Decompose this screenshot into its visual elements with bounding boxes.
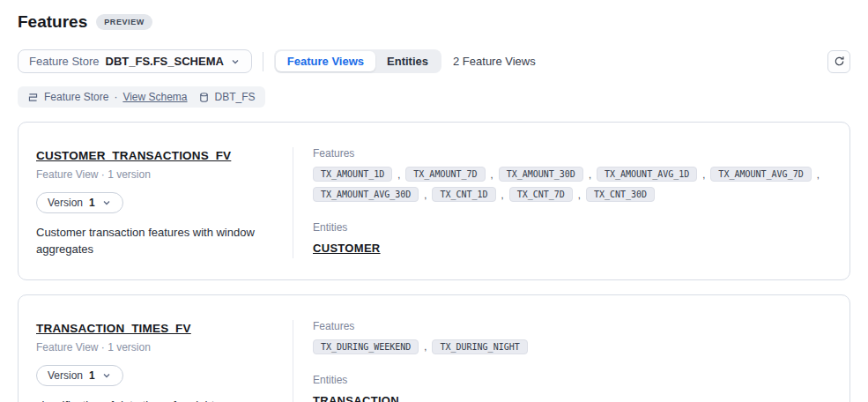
entity-link-list: TRANSACTION — [313, 386, 832, 402]
feature-chip: TX_CNT_30D — [586, 187, 655, 202]
feature-views-count: 2 Feature Views — [453, 55, 536, 68]
card-summary: TRANSACTION_TIMES_FV Feature View · 1 ve… — [36, 320, 293, 402]
view-schema-link[interactable]: View Schema — [122, 91, 187, 103]
view-switcher: Feature Views Entities — [274, 49, 441, 73]
chip-comma: , — [491, 169, 493, 180]
feature-chip: TX_AMOUNT_30D — [499, 167, 583, 182]
feature-view-title-link[interactable]: CUSTOMER_TRANSACTIONS_FV — [36, 149, 231, 162]
feature-view-subtitle: Feature View · 1 version — [36, 341, 273, 354]
chevron-down-icon — [101, 370, 112, 381]
chip-comma: , — [501, 190, 504, 200]
chip-comma: , — [424, 190, 427, 200]
version-dropdown[interactable]: Version 1 — [36, 192, 123, 213]
feature-store-dropdown-label: Feature Store — [29, 55, 100, 68]
feature-chip-list: TX_AMOUNT_1D,TX_AMOUNT_7D,TX_AMOUNT_30D,… — [313, 167, 832, 202]
breadcrumb: Feature Store · View Schema DBT_FS — [18, 86, 265, 108]
feature-view-card: CUSTOMER_TRANSACTIONS_FV Feature View · … — [18, 122, 850, 280]
features-page: Features PREVIEW Feature Store DBT_FS.FS… — [0, 0, 868, 402]
feature-chip: TX_AMOUNT_AVG_30D — [313, 187, 419, 202]
version-value: 1 — [89, 369, 95, 382]
feature-store-dropdown-value: DBT_FS.FS_SCHEMA — [106, 55, 224, 68]
version-value: 1 — [89, 197, 95, 209]
tab-entities[interactable]: Entities — [375, 51, 440, 71]
card-details: Features TX_AMOUNT_1D,TX_AMOUNT_7D,TX_AM… — [293, 147, 832, 258]
feature-view-subtitle: Feature View · 1 version — [36, 168, 273, 181]
chip-comma: , — [397, 169, 400, 180]
feature-chip: TX_AMOUNT_AVG_1D — [597, 167, 697, 182]
chip-comma: , — [578, 190, 581, 200]
version-label: Version — [48, 369, 83, 382]
version-label: Version — [48, 197, 83, 209]
feature-chip: TX_DURING_NIGHT — [432, 339, 527, 354]
chevron-down-icon — [101, 197, 112, 208]
page-header: Features PREVIEW — [18, 12, 850, 32]
feature-chip: TX_CNT_1D — [432, 187, 495, 202]
feature-chip: TX_AMOUNT_7D — [405, 167, 485, 182]
refresh-button[interactable] — [827, 50, 850, 73]
entity-link[interactable]: TRANSACTION — [313, 394, 399, 402]
database-icon — [198, 92, 210, 103]
entities-section: Entities CUSTOMER — [313, 221, 832, 256]
features-section-label: Features — [313, 320, 832, 332]
chevron-down-icon — [230, 56, 241, 67]
breadcrumb-database-name: DBT_FS — [215, 91, 256, 103]
feature-view-title-link[interactable]: TRANSACTION_TIMES_FV — [36, 322, 191, 335]
features-section-label: Features — [313, 147, 832, 160]
toolbar: Feature Store DBT_FS.FS_SCHEMA Feature V… — [18, 49, 850, 73]
preview-badge: PREVIEW — [96, 14, 152, 30]
card-summary: CUSTOMER_TRANSACTIONS_FV Feature View · … — [36, 147, 293, 258]
chip-comma: , — [817, 169, 820, 180]
chip-comma: , — [589, 169, 591, 180]
breadcrumb-separator: · — [114, 91, 117, 103]
card-details: Features TX_DURING_WEEKEND,TX_DURING_NIG… — [293, 320, 832, 402]
refresh-icon — [834, 56, 845, 67]
toolbar-divider — [263, 52, 263, 71]
chip-comma: , — [424, 341, 427, 352]
chip-comma: , — [702, 169, 705, 180]
page-title: Features — [18, 12, 87, 32]
breadcrumb-store-label: Feature Store — [44, 91, 108, 103]
entity-link[interactable]: CUSTOMER — [313, 242, 381, 255]
entities-section: Entities TRANSACTION — [313, 374, 832, 402]
entity-link-list: CUSTOMER — [313, 234, 832, 256]
feature-view-description: Customer transaction features with windo… — [36, 225, 273, 258]
feature-chip: TX_CNT_7D — [509, 187, 573, 202]
entities-section-label: Entities — [313, 374, 832, 386]
feature-view-card: TRANSACTION_TIMES_FV Feature View · 1 ve… — [18, 294, 850, 402]
entities-section-label: Entities — [313, 221, 832, 234]
feature-chip-list: TX_DURING_WEEKEND,TX_DURING_NIGHT — [313, 339, 832, 354]
tab-feature-views[interactable]: Feature Views — [276, 51, 375, 71]
feature-chip: TX_AMOUNT_AVG_7D — [710, 167, 811, 182]
schema-icon — [27, 92, 39, 103]
feature-view-description: classification of date times for nights … — [36, 398, 273, 402]
feature-chip: TX_DURING_WEEKEND — [313, 339, 419, 354]
feature-store-dropdown[interactable]: Feature Store DBT_FS.FS_SCHEMA — [18, 49, 252, 73]
version-dropdown[interactable]: Version 1 — [36, 365, 123, 386]
feature-view-list: CUSTOMER_TRANSACTIONS_FV Feature View · … — [18, 122, 850, 402]
feature-chip: TX_AMOUNT_1D — [313, 167, 392, 182]
